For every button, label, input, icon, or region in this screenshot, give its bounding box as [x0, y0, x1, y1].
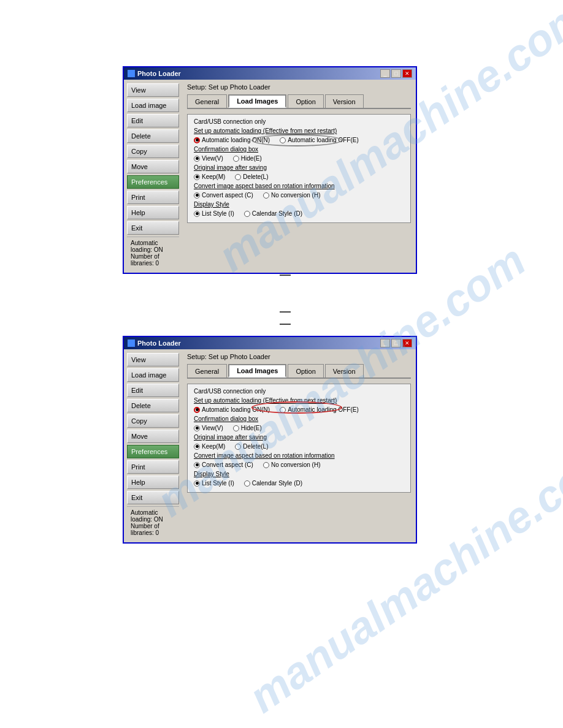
radio-view-2[interactable]: View(V) — [194, 425, 223, 431]
section1-radios-2: Automatic loading ON(N) Automatic loadin… — [194, 406, 404, 413]
sidebar-exit-1[interactable]: Exit — [127, 221, 179, 235]
sidebar-delete-2[interactable]: Delete — [127, 399, 179, 412]
sidebar-exit-2[interactable]: Exit — [127, 491, 179, 504]
tab-general-1[interactable]: General — [187, 94, 227, 108]
radio-calendar-circle-2 — [244, 480, 250, 487]
sidebar-view-2[interactable]: View — [127, 353, 179, 366]
app-icon-1 — [128, 70, 135, 77]
radio-list-2[interactable]: List Style (I) — [194, 480, 234, 487]
sidebar-print-1[interactable]: Print — [127, 191, 179, 204]
titlebar-2: Photo Loader _ □ ✕ — [124, 337, 416, 349]
section2-title-1: Confirmation dialog box — [194, 146, 404, 153]
titlebar-1: Photo Loader _ □ ✕ — [124, 67, 416, 80]
sidebar-help-2[interactable]: Help — [127, 476, 179, 489]
section1-title-2: Set up automatic loading (Effective from… — [194, 397, 404, 404]
radio-delete-label-2: Delete(L) — [243, 443, 268, 450]
tab-loadimages-1[interactable]: Load Images — [228, 94, 286, 108]
sidebar-loadimage-1[interactable]: Load image — [127, 99, 179, 112]
tab-loadimages-2[interactable]: Load Images — [228, 364, 286, 377]
sidebar-edit-2[interactable]: Edit — [127, 384, 179, 397]
window-title-2: Photo Loader — [137, 339, 181, 347]
status-line1-1: Automatic loading: ON — [131, 240, 175, 253]
section1-title-1: Set up automatic loading (Effective from… — [194, 127, 404, 134]
radio-hide-1[interactable]: Hide(E) — [233, 155, 262, 162]
sidebar-edit-1[interactable]: Edit — [127, 114, 179, 127]
radio-view-1[interactable]: View(V) — [194, 155, 223, 162]
radio-noconvert-2[interactable]: No conversion (H) — [263, 461, 321, 468]
setup-title-1: Setup: Set up Photo Loader — [187, 83, 411, 91]
radio-convert-circle-1 — [194, 192, 200, 199]
radio-list-1[interactable]: List Style (I) — [194, 210, 234, 217]
tab-version-2[interactable]: Version — [325, 364, 364, 377]
tab-option-2[interactable]: Option — [288, 364, 323, 377]
section3-title-2: Original image after saving — [194, 434, 404, 441]
sidebar-move-2[interactable]: Move — [127, 430, 179, 443]
section5-title-2: Display Style — [194, 471, 404, 477]
section2-radios-1: View(V) Hide(E) — [194, 155, 404, 162]
radio-noconvert-circle-2 — [263, 462, 269, 468]
status-bar-2: Automatic loading: ON Number of librarie… — [127, 506, 179, 539]
radio-delete-circle-1 — [235, 174, 241, 180]
section5-radios-1: List Style (I) Calendar Style (D) — [194, 210, 404, 217]
radio-keep-2[interactable]: Keep(M) — [194, 443, 225, 450]
radio-autooff-circle-1 — [280, 137, 286, 143]
radio-calendar-1[interactable]: Calendar Style (D) — [244, 210, 302, 217]
radio-autoon-2[interactable]: Automatic loading ON(N) — [194, 406, 270, 413]
sidebar-delete-1[interactable]: Delete — [127, 129, 179, 143]
sidebar-preferences-2[interactable]: Preferences — [127, 445, 179, 458]
photo-loader-window-1: Photo Loader _ □ ✕ View Load image Edit … — [123, 66, 417, 274]
app-icon-2 — [128, 339, 135, 347]
sidebar-1: View Load image Edit Delete Copy Move Pr… — [124, 80, 182, 273]
radio-noconvert-1[interactable]: No conversion (H) — [263, 192, 321, 199]
radio-hide-2[interactable]: Hide(E) — [233, 425, 262, 431]
radio-delete-1[interactable]: Delete(L) — [235, 173, 268, 180]
sidebar-loadimage-2[interactable]: Load image — [127, 368, 179, 382]
radio-calendar-label-1: Calendar Style (D) — [252, 210, 302, 217]
radio-delete-2[interactable]: Delete(L) — [235, 443, 268, 450]
radio-autoon-label-2: Automatic loading ON(N) — [202, 406, 270, 413]
radio-convert-circle-2 — [194, 462, 200, 468]
close-button-1[interactable]: ✕ — [402, 69, 412, 78]
tab-general-2[interactable]: General — [187, 364, 227, 377]
sidebar-copy-1[interactable]: Copy — [127, 145, 179, 158]
radio-convert-1[interactable]: Convert aspect (C) — [194, 192, 253, 199]
radio-keep-1[interactable]: Keep(M) — [194, 173, 225, 180]
window-content-1: View Load image Edit Delete Copy Move Pr… — [124, 80, 416, 273]
tab-version-1[interactable]: Version — [325, 94, 364, 108]
close-button-2[interactable]: ✕ — [402, 339, 412, 347]
radio-view-circle-2 — [194, 425, 200, 431]
sidebar-print-2[interactable]: Print — [127, 460, 179, 474]
radio-hide-circle-2 — [233, 425, 239, 431]
titlebar-buttons-2: _ □ ✕ — [380, 339, 412, 347]
tab-option-1[interactable]: Option — [288, 94, 323, 108]
section4-radios-1: Convert aspect (C) No conversion (H) — [194, 192, 404, 199]
radio-calendar-2[interactable]: Calendar Style (D) — [244, 480, 302, 487]
maximize-button-2[interactable]: □ — [391, 339, 401, 347]
radio-hide-circle-1 — [233, 156, 239, 162]
minimize-button-2[interactable]: _ — [380, 339, 390, 347]
main-panel-2: Setup: Set up Photo Loader General Load … — [182, 349, 416, 542]
sidebar-view-1[interactable]: View — [127, 83, 179, 97]
section4-title-2: Convert image aspect based on rotation i… — [194, 452, 404, 459]
status-line1-2: Automatic loading: ON — [131, 509, 175, 523]
panel-box-2: Card/USB connection only Set up automati… — [187, 384, 411, 493]
maximize-button-1[interactable]: □ — [391, 69, 401, 78]
radio-autoon-1[interactable]: Automatic loading ON(N) — [194, 137, 270, 143]
panel-title-1: Card/USB connection only — [194, 118, 404, 125]
status-line2-1: Number of libraries: 0 — [131, 253, 175, 267]
radio-autooff-2[interactable]: Automatic loading OFF(E) — [280, 406, 359, 413]
radio-keep-circle-2 — [194, 444, 200, 450]
sidebar-2: View Load image Edit Delete Copy Move Pr… — [124, 349, 182, 542]
minimize-button-1[interactable]: _ — [380, 69, 390, 78]
radio-calendar-circle-1 — [244, 211, 250, 217]
radio-autooff-1[interactable]: Automatic loading OFF(E) — [280, 137, 359, 143]
window-title-1: Photo Loader — [137, 70, 181, 77]
sidebar-move-1[interactable]: Move — [127, 160, 179, 173]
radio-autooff-circle-2 — [280, 407, 286, 413]
radio-convert-2[interactable]: Convert aspect (C) — [194, 461, 253, 468]
radio-view-label-2: View(V) — [202, 425, 223, 431]
sidebar-help-1[interactable]: Help — [127, 206, 179, 219]
section3-radios-2: Keep(M) Delete(L) — [194, 443, 404, 450]
sidebar-preferences-1[interactable]: Preferences — [127, 175, 179, 189]
sidebar-copy-2[interactable]: Copy — [127, 414, 179, 428]
